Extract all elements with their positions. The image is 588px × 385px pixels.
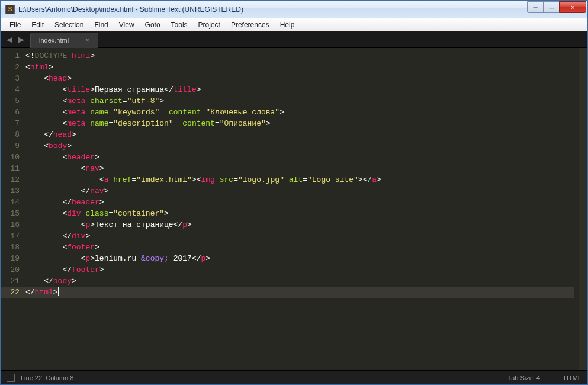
window-controls: ─ ▭ ✕: [528, 1, 586, 13]
code-line[interactable]: <nav>: [25, 163, 574, 174]
code-line[interactable]: <head>: [25, 73, 574, 84]
tab-close-icon[interactable]: ×: [85, 36, 89, 44]
code-line[interactable]: </nav>: [25, 185, 574, 197]
code-line[interactable]: <!DOCTYPE html>: [25, 50, 574, 62]
line-number[interactable]: 20: [1, 264, 25, 275]
code-line[interactable]: <title>Первая страница</title>: [25, 84, 574, 95]
line-number[interactable]: 8: [1, 129, 25, 140]
text-cursor: [58, 287, 59, 296]
line-number[interactable]: 18: [1, 242, 25, 253]
menu-find[interactable]: Find: [89, 19, 113, 31]
menu-file[interactable]: File: [4, 19, 26, 31]
line-number[interactable]: 11: [1, 163, 25, 174]
menu-preferences[interactable]: Preferences: [226, 19, 275, 31]
code-line[interactable]: <p>lenium.ru &copy; 2017</p>: [25, 253, 574, 264]
line-number[interactable]: 14: [1, 197, 25, 208]
code-line[interactable]: <div class="container">: [25, 208, 574, 219]
close-button[interactable]: ✕: [559, 1, 586, 13]
line-number[interactable]: 12: [1, 174, 25, 185]
menu-edit[interactable]: Edit: [26, 19, 49, 31]
line-number[interactable]: 4: [1, 84, 25, 95]
app-icon: S: [5, 5, 15, 14]
window-title: L:\Users\Antonio\Desktop\index.html - Su…: [18, 5, 528, 14]
menubar: FileEditSelectionFindViewGotoToolsProjec…: [1, 18, 587, 31]
code-line[interactable]: <footer>: [25, 242, 574, 253]
menu-goto[interactable]: Goto: [140, 19, 166, 31]
status-cursor-position: Line 22, Column 8: [21, 374, 508, 381]
line-number[interactable]: 21: [1, 275, 25, 287]
tab-label: index.html: [39, 37, 69, 44]
code-view[interactable]: <!DOCTYPE html><html> <head> <title>Перв…: [25, 48, 574, 370]
line-number[interactable]: 13: [1, 185, 25, 197]
line-number[interactable]: 2: [1, 62, 25, 73]
menu-view[interactable]: View: [114, 19, 140, 31]
maximize-button[interactable]: ▭: [543, 1, 560, 13]
code-line[interactable]: <body>: [25, 140, 574, 152]
nav-forward-icon[interactable]: ▶: [16, 34, 27, 45]
code-line[interactable]: </html>: [25, 287, 574, 298]
minimize-button[interactable]: ─: [527, 1, 544, 13]
menu-tools[interactable]: Tools: [166, 19, 193, 31]
minimap[interactable]: <!DOCTYPE html><html> <head> <title>Перв…: [538, 50, 585, 368]
tabbar: ◀ ▶ index.html ×: [1, 31, 587, 48]
nav-arrows: ◀ ▶: [1, 34, 30, 45]
code-line[interactable]: <meta name="keywords" content="Ключевые …: [25, 107, 574, 118]
line-number[interactable]: 7: [1, 118, 25, 129]
titlebar[interactable]: S L:\Users\Antonio\Desktop\index.html - …: [1, 1, 587, 18]
line-number[interactable]: 16: [1, 219, 25, 230]
code-line[interactable]: <meta name="description" content="Описан…: [25, 118, 574, 129]
line-number[interactable]: 10: [1, 152, 25, 163]
code-line[interactable]: <p>Текст на странице</p>: [25, 219, 574, 230]
line-number[interactable]: 22: [1, 287, 25, 298]
line-number[interactable]: 1: [1, 50, 25, 62]
menu-help[interactable]: Help: [275, 19, 300, 31]
tab-index-html[interactable]: index.html ×: [30, 33, 98, 48]
line-number[interactable]: 19: [1, 253, 25, 264]
line-number[interactable]: 5: [1, 95, 25, 107]
status-tab-size[interactable]: Tab Size: 4: [508, 374, 540, 381]
line-number[interactable]: 15: [1, 208, 25, 219]
line-number[interactable]: 6: [1, 107, 25, 118]
editor-chrome: ◀ ▶ index.html × 12345678910111213141516…: [1, 31, 587, 384]
code-line[interactable]: </body>: [25, 275, 574, 287]
menu-project[interactable]: Project: [193, 19, 226, 31]
code-line[interactable]: <meta charset="utf-8">: [25, 95, 574, 107]
code-line[interactable]: </head>: [25, 129, 574, 140]
line-number[interactable]: 17: [1, 230, 25, 242]
statusbar: Line 22, Column 8 Tab Size: 4 HTML: [1, 370, 587, 384]
code-line[interactable]: <a href="imdex.html"><img src="logo.jpg"…: [25, 174, 574, 185]
nav-back-icon[interactable]: ◀: [4, 34, 15, 45]
code-line[interactable]: <html>: [25, 62, 574, 73]
app-window: S L:\Users\Antonio\Desktop\index.html - …: [0, 0, 588, 385]
menu-selection[interactable]: Selection: [49, 19, 89, 31]
line-number[interactable]: 3: [1, 73, 25, 84]
editor-area[interactable]: 12345678910111213141516171819202122 <!DO…: [1, 48, 587, 370]
status-panel-icon[interactable]: [7, 374, 15, 382]
code-line[interactable]: <header>: [25, 152, 574, 163]
status-syntax[interactable]: HTML: [564, 374, 581, 381]
line-number[interactable]: 9: [1, 140, 25, 152]
code-line[interactable]: </header>: [25, 197, 574, 208]
code-line[interactable]: </footer>: [25, 264, 574, 275]
code-line[interactable]: </div>: [25, 230, 574, 242]
line-gutter: 12345678910111213141516171819202122: [1, 48, 25, 370]
vertical-scrollbar[interactable]: [579, 48, 587, 370]
